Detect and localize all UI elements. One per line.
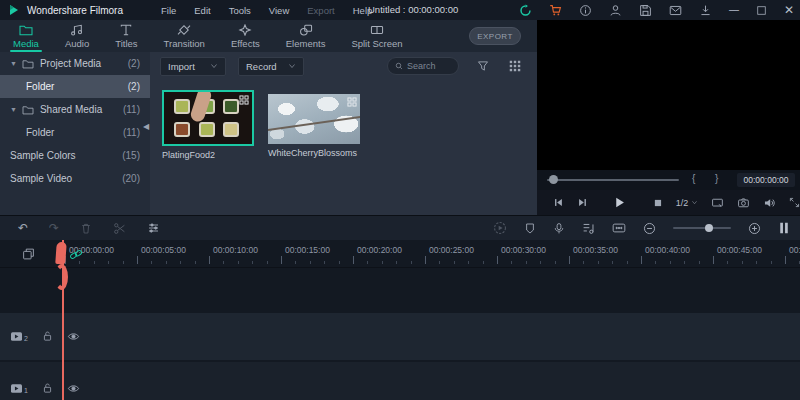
- ruler-label: 00:00:40:00: [641, 245, 690, 255]
- collapse-sidebar-icon[interactable]: ◀: [143, 122, 149, 131]
- tab-audio[interactable]: Audio: [52, 20, 102, 52]
- import-dropdown[interactable]: Import: [160, 57, 226, 76]
- clip-name: PlatingFood2: [162, 150, 254, 160]
- snapshot-to-monitor-icon[interactable]: [711, 197, 724, 209]
- sidebar-item-sample-video[interactable]: Sample Video (20): [0, 167, 150, 190]
- preview-player: { } 00:00:00:00 1/2: [537, 20, 800, 215]
- tab-media[interactable]: Media: [0, 20, 52, 52]
- timeline-toolbar: ↶ ↷: [0, 215, 800, 240]
- save-icon[interactable]: [639, 4, 652, 17]
- export-button[interactable]: EXPORT: [469, 27, 521, 45]
- menu-export: Export: [307, 5, 334, 16]
- clip-thumbnail[interactable]: [162, 90, 254, 146]
- search-icon: [395, 61, 403, 71]
- marker-shield-icon[interactable]: [524, 222, 536, 235]
- next-frame-button[interactable]: [577, 197, 588, 208]
- sidebar-item-project-media[interactable]: ▼ Project Media (2): [0, 52, 150, 75]
- volume-icon[interactable]: [763, 197, 776, 209]
- preview-video-area[interactable]: [537, 20, 800, 170]
- tab-effects[interactable]: Effects: [218, 20, 273, 52]
- menu-view[interactable]: View: [269, 5, 289, 16]
- redo-icon[interactable]: ↷: [49, 222, 59, 234]
- menu-edit[interactable]: Edit: [194, 5, 210, 16]
- timeline: 00:00:00:00 00:00:05:00 00:00:10:00 00:0…: [0, 240, 800, 400]
- media-panel: Import Record Plat: [150, 52, 537, 215]
- search-input[interactable]: [407, 61, 451, 71]
- render-preview-icon[interactable]: [493, 221, 507, 235]
- menu-file[interactable]: File: [161, 5, 176, 16]
- close-button[interactable]: ✕: [784, 5, 794, 15]
- ruler-label: 00:00:20:00: [353, 245, 402, 255]
- sidebar-item-shared-media[interactable]: ▼ Shared Media (11): [0, 98, 150, 121]
- update-refresh-icon[interactable]: [519, 4, 532, 17]
- tab-transition[interactable]: Transition: [151, 20, 218, 52]
- lock-track-icon[interactable]: [42, 382, 53, 394]
- stop-button[interactable]: [653, 198, 663, 208]
- sidebar-item-folder-selected[interactable]: Folder (2): [0, 75, 150, 98]
- advanced-settings-icon[interactable]: [147, 222, 160, 234]
- expand-triangle-icon[interactable]: ▼: [10, 60, 17, 67]
- video-track-1[interactable]: 1: [0, 362, 800, 400]
- mail-icon[interactable]: [669, 4, 682, 17]
- timeline-zoom-slider[interactable]: [673, 227, 731, 229]
- shop-cart-icon[interactable]: [549, 4, 562, 17]
- seek-knob[interactable]: [549, 175, 558, 184]
- timeline-ruler[interactable]: 00:00:00:00 00:00:05:00 00:00:10:00 00:0…: [0, 240, 800, 268]
- ruler-label: 00:00:25:00: [425, 245, 474, 255]
- playhead-handle[interactable]: [55, 242, 67, 264]
- manage-tracks-icon[interactable]: [22, 248, 35, 260]
- expand-triangle-icon[interactable]: ▼: [10, 106, 17, 113]
- delete-trash-icon[interactable]: [80, 222, 92, 235]
- clip-thumbnail[interactable]: [268, 94, 360, 144]
- info-icon[interactable]: [579, 4, 592, 17]
- zoom-in-icon[interactable]: [748, 222, 761, 235]
- tab-elements[interactable]: Elements: [273, 20, 339, 52]
- video-track-icon: 2: [10, 331, 28, 342]
- undo-icon[interactable]: ↶: [18, 222, 28, 234]
- sidebar-item-sample-colors[interactable]: Sample Colors (15): [0, 144, 150, 167]
- media-clip-whitecherryblossoms[interactable]: WhiteCherryBlossoms: [268, 94, 360, 158]
- maximize-button[interactable]: [756, 5, 767, 16]
- toggle-track-visibility-icon[interactable]: [67, 331, 80, 342]
- tab-split-screen[interactable]: Split Screen: [338, 20, 415, 52]
- grid-view-icon[interactable]: [509, 60, 521, 72]
- video-track-2[interactable]: 2: [0, 313, 800, 360]
- mark-in-icon[interactable]: {: [692, 173, 695, 184]
- search-input-wrap[interactable]: [387, 57, 459, 75]
- zoom-slider-knob[interactable]: [705, 224, 713, 232]
- asset-tab-bar: Media Audio Titles Transition Effects El…: [0, 20, 537, 52]
- download-icon[interactable]: [699, 4, 712, 17]
- account-icon[interactable]: [609, 4, 622, 17]
- fullscreen-icon[interactable]: [789, 197, 800, 208]
- sidebar-item-folder[interactable]: Folder (11): [0, 121, 150, 144]
- zoom-out-icon[interactable]: [643, 222, 656, 235]
- preview-seek-row: { } 00:00:00:00: [537, 170, 800, 190]
- preview-zoom-select[interactable]: 1/2: [676, 198, 699, 208]
- audio-mixer-icon[interactable]: [582, 222, 595, 235]
- camera-snapshot-icon[interactable]: [737, 197, 750, 209]
- auto-ripple-link-icon[interactable]: [69, 248, 83, 261]
- chevron-down-icon: [288, 63, 296, 69]
- mark-out-icon[interactable]: }: [715, 173, 718, 184]
- voiceover-mic-icon[interactable]: [553, 222, 565, 235]
- menu-bar: File Edit Tools View Export Help: [161, 5, 372, 16]
- tab-titles[interactable]: Titles: [102, 20, 150, 52]
- toggle-track-visibility-icon[interactable]: [67, 383, 80, 394]
- previous-frame-button[interactable]: [553, 197, 564, 208]
- cut-scissors-icon[interactable]: [113, 222, 126, 235]
- ruler-label: 00:00:35:00: [569, 245, 618, 255]
- lock-track-icon[interactable]: [42, 330, 53, 342]
- media-clip-platingfood2[interactable]: PlatingFood2: [162, 90, 254, 160]
- menu-tools[interactable]: Tools: [229, 5, 251, 16]
- chevron-down-icon: [210, 63, 218, 69]
- batch-edit-icon[interactable]: [612, 222, 626, 234]
- minimize-button[interactable]: —: [729, 5, 739, 15]
- seek-bar[interactable]: [547, 179, 679, 181]
- record-dropdown[interactable]: Record: [238, 57, 304, 76]
- play-button[interactable]: [613, 196, 626, 209]
- folder-icon: [22, 105, 34, 115]
- filter-funnel-icon[interactable]: [477, 60, 489, 72]
- ruler-label: 00:00:10:00: [209, 245, 258, 255]
- scroll-handle-icon[interactable]: [778, 221, 790, 235]
- video-track-icon: 1: [10, 383, 28, 394]
